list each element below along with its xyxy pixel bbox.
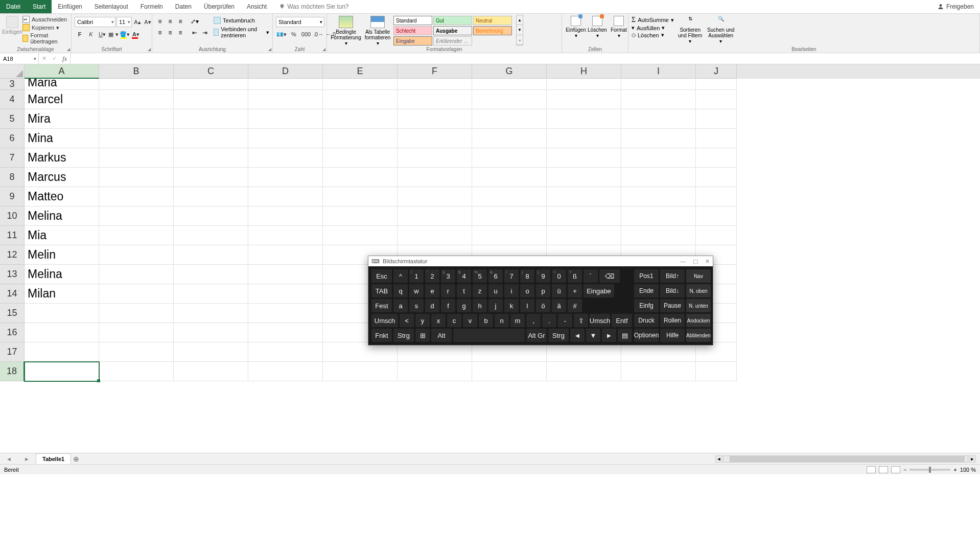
osk-close-button[interactable]: ✕ [705, 258, 710, 265]
tab-einfuegen[interactable]: Einfügen [52, 0, 88, 13]
cell[interactable] [547, 362, 621, 381]
zoom-out-button[interactable]: − [903, 467, 906, 473]
align-bottom-button[interactable]: ≡ [176, 17, 185, 26]
increase-indent-button[interactable]: ⇥ [200, 28, 209, 37]
cell[interactable] [472, 168, 547, 187]
cell[interactable] [398, 90, 472, 109]
hscroll-left[interactable]: ◄ [715, 455, 722, 463]
find-select-button[interactable]: 🔍Suchen und Auswählen▾ [707, 16, 735, 44]
key-◄[interactable]: ◄ [570, 329, 585, 342]
cell[interactable] [248, 342, 323, 362]
cell[interactable]: Mira [25, 109, 99, 129]
cell[interactable] [547, 187, 621, 206]
key-0[interactable]: 0= [552, 269, 566, 283]
cell[interactable] [547, 129, 621, 148]
key-x[interactable]: x [431, 314, 446, 327]
key-Andocken[interactable]: Andocken [686, 314, 711, 327]
tab-ueberpruefen[interactable]: Überprüfen [198, 0, 241, 13]
styles-gallery-more[interactable]: ▲▼⌄ [516, 15, 523, 45]
cell[interactable] [621, 79, 696, 90]
key-v[interactable]: v [463, 314, 477, 327]
cell[interactable]: Marcel [25, 90, 99, 109]
key-AltspaceGr[interactable]: Alt Gr [526, 329, 547, 342]
decrease-indent-button[interactable]: ⇤ [190, 28, 199, 37]
key-4[interactable]: 4$ [457, 269, 471, 283]
cell[interactable] [398, 129, 472, 148]
name-box[interactable]: A18 [0, 53, 39, 64]
key-1[interactable]: 1! [409, 269, 424, 283]
cell[interactable] [248, 109, 323, 129]
key-Rollen[interactable]: Rollen [660, 314, 685, 327]
style-neutral[interactable]: Neutral [473, 16, 512, 25]
merge-cells-button[interactable]: Verbinden und zentrieren ▾ [214, 26, 269, 38]
tab-formeln[interactable]: Formeln [134, 0, 169, 13]
style-erklaerender[interactable]: Erklärender ... [433, 36, 472, 45]
key-Bild[interactable]: Bild↑ [660, 269, 685, 283]
font-name-select[interactable]: Calibri [75, 17, 115, 27]
cell[interactable] [174, 304, 248, 323]
style-ausgabe[interactable]: Ausgabe [433, 26, 472, 35]
cell[interactable] [621, 168, 696, 187]
tab-file[interactable]: Datei [0, 0, 27, 13]
key-9[interactable]: 9) [536, 269, 550, 283]
cell[interactable] [248, 284, 323, 304]
cell[interactable] [248, 362, 323, 381]
cell[interactable] [99, 323, 174, 342]
italic-button[interactable]: K [86, 29, 96, 39]
key-,[interactable]: , [526, 314, 541, 327]
view-pagebreak-button[interactable] [891, 466, 900, 473]
alignment-launcher[interactable]: ◢ [268, 47, 271, 52]
fill-color-button[interactable]: 🪣▾ [120, 29, 130, 39]
style-eingabe[interactable]: Eingabe [393, 36, 432, 45]
cell[interactable] [25, 323, 99, 342]
col-header-I[interactable]: I [621, 64, 696, 79]
key-Strg[interactable]: Strg [393, 329, 414, 342]
zoom-in-button[interactable]: + [953, 467, 956, 473]
row-header-3[interactable]: 3 [0, 79, 25, 90]
key-d[interactable]: d [425, 299, 439, 312]
cell[interactable] [696, 226, 737, 245]
key-k[interactable]: k [504, 299, 519, 312]
cell[interactable]: Mina [25, 129, 99, 148]
cell[interactable] [696, 129, 737, 148]
cell[interactable] [621, 90, 696, 109]
key-8[interactable]: 8( [520, 269, 534, 283]
cell[interactable] [398, 362, 472, 381]
key-space[interactable] [453, 329, 525, 342]
cell[interactable] [323, 168, 398, 187]
col-header-C[interactable]: C [174, 64, 248, 79]
key-Esc[interactable]: Esc [371, 269, 392, 283]
accept-formula-button[interactable]: ✓ [49, 55, 59, 62]
row-header-13[interactable]: 13 [0, 265, 25, 284]
cell-styles-gallery[interactable]: Standard Gut Neutral Schlecht Ausgabe Be… [393, 15, 516, 45]
cell[interactable] [174, 129, 248, 148]
key-Druck[interactable]: Druck [634, 314, 659, 327]
cell[interactable]: Marcus [25, 168, 99, 187]
key-Noben[interactable]: N. oben [686, 284, 711, 297]
tab-seitenlayout[interactable]: Seitenlayout [88, 0, 134, 13]
cell[interactable] [248, 79, 323, 90]
increase-decimal-button[interactable]: .0→ [313, 29, 324, 39]
row-header-10[interactable]: 10 [0, 206, 25, 226]
cell[interactable] [398, 226, 472, 245]
col-header-B[interactable]: B [99, 64, 174, 79]
cell[interactable] [99, 109, 174, 129]
cell[interactable] [472, 226, 547, 245]
key-<[interactable]: < [400, 314, 414, 327]
cell[interactable] [323, 362, 398, 381]
key-Bild[interactable]: Bild↓ [660, 284, 685, 297]
cell[interactable] [174, 245, 248, 265]
key-▤[interactable]: ▤ [618, 329, 632, 342]
key-Alt[interactable]: Alt [431, 329, 452, 342]
fx-icon[interactable]: fx [59, 55, 70, 63]
cell[interactable] [472, 129, 547, 148]
col-header-A[interactable]: A [25, 64, 99, 79]
cell[interactable] [174, 226, 248, 245]
key-⊞[interactable]: ⊞ [415, 329, 430, 342]
key-Fnkt[interactable]: Fnkt [371, 329, 392, 342]
key-ü[interactable]: ü [552, 284, 566, 297]
tab-daten[interactable]: Daten [169, 0, 198, 13]
cell[interactable] [323, 187, 398, 206]
col-header-F[interactable]: F [398, 64, 472, 79]
osk-maximize-button[interactable]: ▢ [693, 258, 698, 265]
